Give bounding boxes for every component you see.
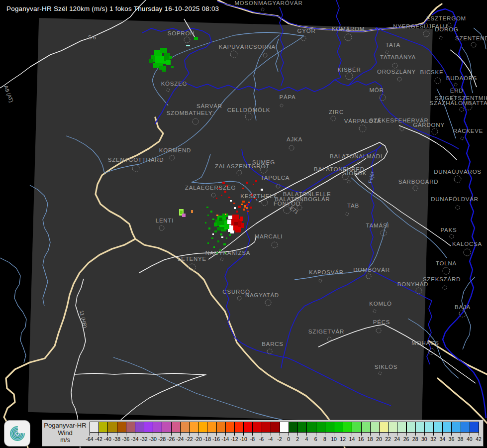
road-label: S 6	[88, 34, 96, 40]
city-label: PAKS	[440, 227, 457, 233]
radar-echo	[221, 195, 222, 196]
radar-echo	[255, 180, 257, 182]
city-label: KÖRMEND	[159, 147, 191, 153]
city-label: GÁRDONY	[413, 122, 445, 128]
radar-echo	[229, 234, 231, 236]
city-label: MOHÁCS	[411, 340, 439, 346]
city-label: FONYÓD	[274, 201, 300, 207]
city-label: SZENTENDRE	[455, 35, 487, 41]
city-label: TAB	[347, 203, 359, 209]
city-label: SZOMBATHELY	[167, 110, 213, 116]
city-label: PÁPA	[279, 94, 295, 100]
city-label: NAGYATÁD	[245, 292, 279, 298]
radar-echo	[226, 237, 227, 239]
radar-echo	[248, 202, 250, 203]
radar-echo	[220, 233, 222, 235]
radar-echo	[242, 188, 244, 189]
radar-echo	[234, 207, 236, 209]
radar-echo	[180, 211, 183, 214]
radar-echo	[240, 217, 243, 221]
city-label: PÉCS	[373, 319, 390, 325]
city-label: BUDAÖRS	[446, 75, 477, 81]
city-label: KALOCSA	[452, 241, 482, 247]
city-label: KOMLÓ	[369, 301, 392, 307]
radar-echo	[235, 230, 241, 232]
radar-echo	[261, 189, 263, 191]
radar-echo	[230, 200, 232, 202]
radar-echo	[233, 203, 235, 204]
city-label: ÉRD	[450, 88, 464, 94]
radar-echo	[243, 209, 245, 211]
city-label: NAGYKANIZSA	[205, 250, 251, 256]
city-label: CELLDÖMÖLK	[227, 107, 271, 113]
city-label: KAPOSVÁR	[309, 269, 344, 275]
city-label: DOROG	[435, 26, 458, 32]
radar-echo	[212, 219, 214, 220]
radar-echo	[160, 48, 167, 53]
city-label: SZEKSZÁRD	[423, 276, 461, 282]
radar-echo	[171, 66, 174, 68]
city-label: DUNAFÖLDVÁR	[431, 196, 479, 202]
city-label: SÁRVÁR	[196, 103, 222, 109]
city-label: RÁCKEVE	[453, 128, 484, 134]
city-label: TAMÁSI	[366, 223, 390, 228]
radar-echo	[213, 246, 215, 248]
radar-echo	[221, 236, 223, 238]
city-label: BAJA	[455, 304, 471, 310]
radar-echo	[166, 60, 171, 65]
city-label: SZIGETVÁR	[308, 329, 344, 335]
radar-echo	[225, 214, 226, 215]
radar-echo	[207, 215, 209, 216]
radar-echo	[241, 204, 243, 205]
radar-echo	[216, 215, 218, 216]
radar-echo	[238, 206, 241, 208]
radar-echo	[214, 230, 217, 232]
radar-echo	[149, 59, 153, 63]
city-label: MÓR	[369, 87, 384, 93]
city-label: KESZTHELY	[240, 193, 277, 199]
weather-map: MOSONMAGYARÓVÁRGYŐRKOMÁROMESZTERGOMNYERG…	[0, 0, 487, 448]
city-label: KOMÁROM	[332, 26, 365, 32]
radar-echo	[247, 211, 249, 212]
radar-echo	[232, 215, 239, 219]
city-label: BONYHÁD	[397, 281, 428, 287]
radar-echo	[246, 182, 248, 184]
product-title: Poganyvar-HR Szél 120km (m/s) 1 fokos Th…	[6, 5, 219, 12]
radar-echo	[214, 223, 217, 226]
radar-echo	[223, 243, 226, 245]
radar-echo	[250, 207, 252, 209]
city-label: SIÓFOK	[343, 170, 367, 176]
radar-echo	[230, 231, 234, 233]
radar-echo	[228, 197, 230, 198]
city-label: MOSONMAGYARÓVÁR	[234, 0, 302, 6]
city-label: BALATONALMÁDI	[330, 153, 383, 159]
radar-echo	[241, 223, 244, 228]
radar-echo	[224, 191, 226, 193]
radar-echo	[222, 182, 225, 184]
radar-echo	[169, 56, 172, 59]
city-label: AJKA	[287, 136, 302, 142]
city-label: CSORNA	[249, 44, 276, 50]
city-label: KAPUVÁR	[219, 44, 249, 50]
radar-echo	[236, 211, 238, 213]
city-label: BARCS	[262, 341, 284, 347]
radar-echo	[207, 242, 209, 244]
city-label: DOMBÓVÁR	[353, 267, 390, 273]
radar-echo	[208, 227, 210, 229]
city-label: ZIRC	[329, 109, 344, 115]
city-label: SÁRBOGÁRD	[398, 179, 439, 185]
radar-echo	[246, 207, 248, 209]
radar-echo	[216, 198, 217, 199]
radar-echo	[219, 218, 222, 221]
city-label: LETENYE	[178, 256, 206, 262]
city-label: MARCALI	[255, 233, 283, 239]
radar-echo	[221, 229, 226, 231]
city-label: SZÁZHALOMBATTA	[430, 100, 487, 106]
radar-echo	[242, 201, 245, 203]
radar-echo	[194, 37, 198, 40]
city-label: BICSKE	[420, 69, 444, 75]
city-label: ZALAEGERSZEG	[185, 185, 236, 191]
city-label: TATABÁNYA	[380, 54, 416, 60]
radar-echo	[212, 233, 214, 235]
city-label: OROSZLÁNY	[377, 69, 416, 75]
